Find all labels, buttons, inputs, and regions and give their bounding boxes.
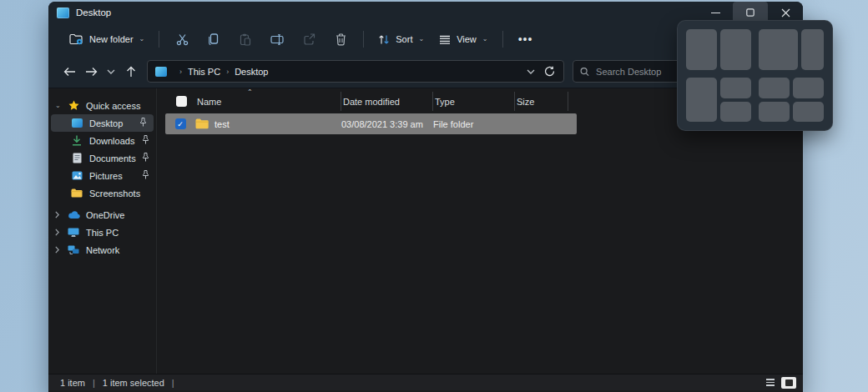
snap-layout-four-quadrants[interactable] (759, 78, 824, 122)
column-header-size[interactable]: Size (515, 92, 568, 111)
snap-zone[interactable] (793, 78, 824, 98)
column-header-type[interactable]: Type (433, 92, 515, 111)
snap-layouts-flyout (677, 20, 833, 131)
refresh-button[interactable] (540, 61, 558, 83)
sidebar-item-documents[interactable]: Documents (48, 149, 156, 167)
chevron-down-icon: ⌄ (139, 36, 145, 43)
sidebar-item-quick-access[interactable]: ⌄ Quick access (48, 97, 156, 114)
view-button[interactable]: View ⌄ (431, 29, 495, 49)
new-folder-label: New folder (89, 34, 134, 44)
back-button[interactable] (58, 61, 80, 83)
downloads-icon (70, 135, 83, 147)
explorer-body: ⌄ Quick access Desktop Downloads (48, 88, 803, 374)
snap-zone[interactable] (720, 78, 751, 98)
sidebar-label: Pictures (89, 171, 123, 181)
sidebar-label: Quick access (86, 101, 140, 111)
delete-button[interactable] (325, 28, 356, 51)
navigation-pane: ⌄ Quick access Desktop Downloads (48, 88, 156, 374)
chevron-down-icon: ⌄ (418, 36, 424, 43)
pin-icon (142, 153, 149, 162)
large-icons-view-icon (785, 379, 793, 386)
sort-button[interactable]: Sort ⌄ (371, 29, 431, 50)
chevron-right-icon (55, 229, 67, 236)
search-icon (580, 67, 589, 77)
view-toggles (763, 377, 796, 389)
sidebar-label: Screenshots (89, 188, 140, 199)
toolbar-divider (502, 31, 503, 48)
snap-layout-wide-left[interactable] (759, 29, 824, 70)
toolbar-divider (159, 31, 159, 48)
breadcrumb-desktop[interactable]: Desktop (235, 67, 268, 77)
folder-icon (70, 188, 83, 199)
details-view-icon (766, 379, 775, 386)
row-checkbox-checked[interactable]: ✓ (175, 118, 186, 129)
sidebar-label: Downloads (89, 136, 134, 146)
item-count: 1 item (60, 378, 85, 388)
sidebar-item-screenshots[interactable]: Screenshots (48, 184, 156, 202)
app-folder-icon (57, 8, 69, 18)
snap-zone[interactable] (686, 78, 717, 122)
snap-zone[interactable] (759, 78, 790, 98)
sidebar-item-pictures[interactable]: Pictures (48, 167, 156, 184)
snap-zone[interactable] (720, 29, 751, 70)
snap-layout-left-half-right-stacked[interactable] (686, 78, 751, 122)
file-date-modified: 03/08/2021 3:39 am (341, 119, 433, 129)
desktop-wallpaper: { "window": { "title": "Desktop" }, "too… (0, 0, 868, 392)
toolbar-divider (363, 31, 364, 48)
sidebar-label: OneDrive (86, 210, 124, 220)
column-header-date-modified[interactable]: Date modified (341, 92, 433, 111)
sidebar-item-onedrive[interactable]: OneDrive (48, 206, 156, 224)
up-button[interactable] (120, 61, 142, 83)
file-row-test-selected[interactable]: ✓ test 03/08/2021 3:39 am File folder (165, 113, 577, 134)
document-icon (70, 153, 83, 164)
breadcrumb-this-pc[interactable]: This PC (188, 67, 220, 77)
recent-locations-button[interactable] (102, 61, 120, 83)
paste-button[interactable] (230, 28, 261, 51)
snap-zone[interactable] (793, 102, 824, 123)
pin-icon (142, 170, 149, 179)
snap-zone[interactable] (801, 29, 824, 70)
large-icons-view-toggle[interactable] (781, 377, 796, 389)
selected-count: 1 item selected (103, 378, 164, 388)
snap-layout-two-equal-columns[interactable] (686, 29, 751, 70)
window-title: Desktop (76, 8, 111, 18)
select-all-checkbox[interactable] (165, 92, 195, 111)
copy-icon (208, 33, 220, 46)
sort-icon (378, 34, 390, 45)
snap-zone[interactable] (759, 102, 790, 123)
column-header-name[interactable]: Name (195, 92, 341, 111)
cut-button[interactable] (166, 28, 198, 51)
network-icon (67, 244, 80, 256)
file-type: File folder (433, 119, 515, 129)
chevron-right-icon (55, 211, 67, 219)
rename-button[interactable] (261, 29, 293, 50)
rename-icon (270, 34, 284, 45)
sort-ascending-icon: ⌃ (247, 88, 253, 96)
copy-button[interactable] (198, 28, 230, 51)
sidebar-label: Network (86, 245, 119, 255)
folder-icon (195, 118, 209, 129)
new-folder-button[interactable]: New folder ⌄ (62, 28, 152, 50)
sidebar-item-downloads[interactable]: Downloads (48, 132, 156, 149)
sidebar-label: This PC (86, 228, 119, 238)
snap-zone[interactable] (686, 29, 717, 70)
file-name: test (214, 119, 230, 129)
star-icon (67, 100, 80, 112)
chevron-down-icon: ⌄ (55, 102, 67, 109)
sidebar-item-network[interactable]: Network (48, 241, 156, 259)
snap-zone[interactable] (759, 29, 798, 70)
sidebar-item-this-pc[interactable]: This PC (48, 224, 156, 241)
snap-zone[interactable] (720, 102, 751, 123)
view-icon (439, 35, 451, 44)
sort-label: Sort (396, 34, 412, 44)
breadcrumb-separator: › (226, 68, 229, 76)
share-button[interactable] (293, 28, 325, 50)
details-view-toggle[interactable] (763, 377, 778, 389)
paste-clipboard-icon (240, 33, 251, 46)
pin-icon (139, 118, 147, 127)
see-more-button[interactable]: ••• (510, 28, 542, 51)
address-bar[interactable]: › This PC › Desktop (147, 60, 564, 83)
address-dropdown-button[interactable] (522, 61, 540, 83)
forward-button[interactable] (80, 61, 102, 83)
sidebar-item-desktop[interactable]: Desktop (51, 114, 154, 132)
